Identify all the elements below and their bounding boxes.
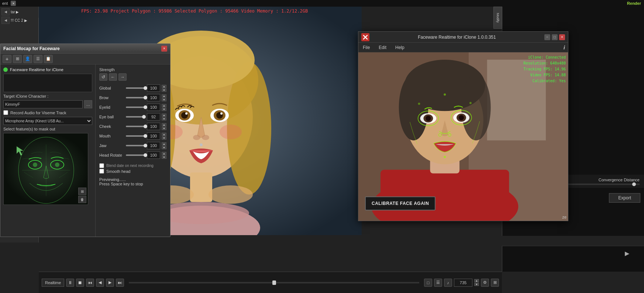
frame-number-input[interactable]: [454, 279, 472, 287]
slider-eyelid-thumb[interactable]: [144, 105, 147, 109]
slider-jaw-track[interactable]: [126, 145, 145, 146]
stats-selected-polygon: Selected Polygon : 95466: [175, 8, 238, 14]
slider-global-thumb[interactable]: [144, 86, 147, 90]
slider-global-track[interactable]: [126, 87, 145, 89]
faceware-maximize-btn[interactable]: □: [552, 34, 558, 40]
timeline-audio-btn[interactable]: ♪: [444, 279, 452, 287]
svg-rect-24: [4, 133, 88, 205]
slider-jaw-down[interactable]: ▼: [162, 146, 166, 149]
app-close-button[interactable]: ×: [11, 1, 16, 6]
slider-cheek-thumb[interactable]: [144, 125, 147, 128]
blend-checkbox[interactable]: [99, 163, 104, 168]
timeline-track[interactable]: [129, 282, 419, 283]
toolbar-face-btn[interactable]: 👤: [23, 55, 32, 63]
timeline-settings-btn[interactable]: ⚙: [481, 279, 489, 287]
forward-button[interactable]: ▶: [106, 279, 114, 287]
slider-row-head-rotate: Head Rotate 100 ▲ ▼: [99, 151, 166, 159]
preview-delete-btn[interactable]: 🗑: [78, 196, 86, 203]
avatar-btn[interactable]: ◀: [1, 8, 10, 15]
convergence-thumb[interactable]: [632, 182, 636, 186]
stop-button[interactable]: ⏹: [76, 279, 84, 287]
slider-headrotate-down[interactable]: ▼: [162, 156, 166, 159]
slider-eyelid-up[interactable]: ▲: [162, 104, 166, 107]
frame-down-btn[interactable]: ▼: [474, 283, 479, 286]
slider-jaw-fill: [126, 145, 145, 146]
preview-status: Previewing...... Press Space key to stop: [99, 177, 166, 186]
slider-next-btn[interactable]: →: [118, 73, 127, 81]
app-title: ent: [2, 1, 8, 6]
slider-brow-up[interactable]: ▲: [162, 94, 166, 98]
slider-cheek-up[interactable]: ▲: [162, 123, 166, 126]
faceware-window-buttons: − □ ×: [544, 34, 565, 40]
mocap-close-button[interactable]: ×: [161, 46, 167, 52]
preview-expand-btn[interactable]: ⊞: [78, 188, 86, 195]
render-label: Render: [627, 1, 641, 6]
strength-label: Strength: [99, 67, 166, 72]
slider-eyeball-up[interactable]: ▲: [162, 114, 166, 117]
cc-btn[interactable]: ◀: [1, 17, 10, 24]
toolbar-list-btn[interactable]: ☰: [34, 55, 42, 63]
timeline-view-btn[interactable]: □: [424, 279, 432, 287]
slider-jaw-up[interactable]: ▲: [162, 142, 166, 146]
cam-tracking-fps-text: Tracking FPS: 14.96: [524, 66, 566, 72]
slider-brow-down[interactable]: ▼: [162, 98, 166, 101]
slider-mouth-up[interactable]: ▲: [162, 133, 166, 136]
target-character-input[interactable]: [3, 100, 83, 108]
slider-global-fill: [126, 87, 145, 89]
frame-up-btn[interactable]: ▲: [474, 279, 479, 282]
smooth-head-checkbox[interactable]: [99, 169, 104, 174]
slider-brow-thumb[interactable]: [144, 96, 147, 100]
slider-headrotate-thumb[interactable]: [144, 153, 147, 157]
slider-eyeball-thumb[interactable]: [142, 115, 146, 119]
avatar-label: tar ▶: [11, 10, 19, 14]
slider-jaw-thumb[interactable]: [144, 144, 147, 147]
timeline-more-btn[interactable]: ⊞: [491, 279, 499, 287]
prev-button[interactable]: ⏮: [86, 279, 94, 287]
slider-eyelid-track[interactable]: [126, 107, 145, 108]
slider-headrotate-track[interactable]: [126, 154, 145, 156]
timeline-mode-selector[interactable]: Realtime: [42, 279, 64, 287]
slider-mouth-thumb[interactable]: [144, 134, 147, 138]
slider-eyelid-value: 100: [147, 104, 160, 111]
slider-global-down[interactable]: ▼: [162, 88, 166, 92]
slider-eyelid-down[interactable]: ▼: [162, 108, 166, 111]
toolbar-grid-btn[interactable]: ⊞: [13, 55, 22, 63]
rewind-button[interactable]: ◀: [96, 279, 104, 287]
calibrate-face-button[interactable]: CALIBRATE FACE AGAIN: [365, 196, 435, 210]
slider-reset-btn[interactable]: ↺: [99, 73, 107, 81]
slider-global-up[interactable]: ▲: [162, 85, 166, 88]
slider-eyeball-down[interactable]: ▼: [162, 117, 166, 121]
faceware-minimize-btn[interactable]: −: [544, 34, 550, 40]
slider-row-brow: Brow 100 ▲ ▼: [99, 94, 166, 101]
fw-info-btn[interactable]: i: [564, 45, 565, 50]
slider-brow-track[interactable]: [126, 97, 145, 98]
slider-cheek-down[interactable]: ▼: [162, 127, 166, 130]
faceware-logo[interactable]: [361, 33, 369, 41]
slider-mouth-track[interactable]: [126, 135, 145, 137]
fw-menu-edit[interactable]: Edit: [377, 45, 388, 50]
status-indicator: [3, 67, 8, 72]
modify-tab[interactable]: Modify: [493, 7, 502, 29]
slider-eyeball-track[interactable]: [126, 116, 145, 118]
slider-eyeball-fill: [126, 116, 144, 118]
pause-button[interactable]: ⏸: [66, 279, 74, 287]
toolbar-clip-btn[interactable]: 📋: [44, 55, 53, 63]
microphone-select[interactable]: Microphone Array (Kinect USB Au...: [3, 117, 92, 125]
fw-menu-help[interactable]: Help: [394, 45, 406, 50]
svg-point-48: [459, 115, 464, 120]
export-button[interactable]: Export: [609, 193, 640, 203]
slider-cheek-track[interactable]: [126, 126, 145, 127]
slider-headrotate-up[interactable]: ▲: [162, 152, 166, 155]
faceware-close-btn[interactable]: ×: [559, 34, 565, 40]
slider-prev-btn[interactable]: ←: [109, 73, 117, 81]
toolbar-add-btn[interactable]: +: [3, 55, 11, 63]
fw-menu-file[interactable]: File: [361, 45, 371, 50]
record-audio-checkbox[interactable]: [3, 110, 8, 115]
next-button[interactable]: ⏭: [116, 279, 124, 287]
slider-mouth-down[interactable]: ▼: [162, 136, 166, 140]
smooth-head-row: Smooth head: [99, 169, 166, 174]
timeline-list-btn[interactable]: ☰: [434, 279, 442, 287]
target-browse-btn[interactable]: …: [84, 100, 92, 108]
slider-eyelid-fill: [126, 107, 145, 108]
timeline-playhead[interactable]: [272, 280, 276, 285]
